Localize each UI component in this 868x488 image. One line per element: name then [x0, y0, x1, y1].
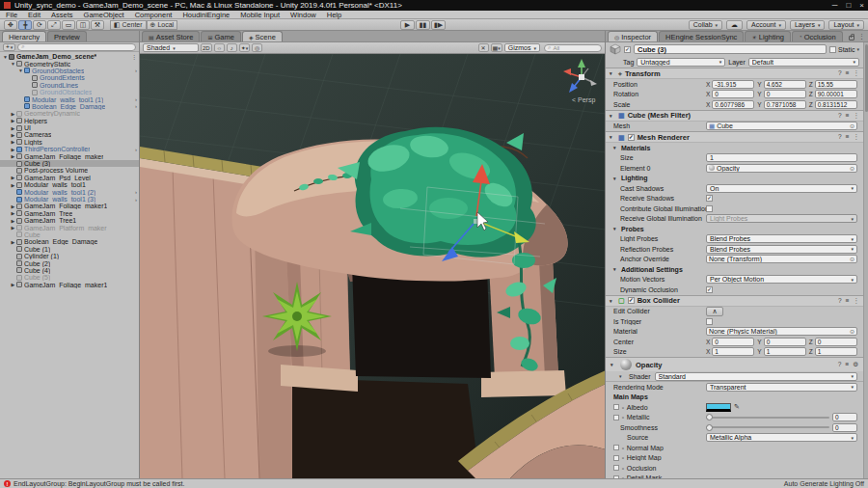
- kebab-menu-icon[interactable]: ⋮: [854, 133, 860, 141]
- vector-center-z[interactable]: 0: [815, 338, 857, 346]
- section-lighting[interactable]: ▾Lighting: [606, 174, 863, 184]
- dropdown-motion-vectors[interactable]: Per Object Motion▾: [706, 275, 857, 284]
- hierarchy-item-groundlines[interactable]: GroundLines: [0, 82, 139, 89]
- tab-game[interactable]: ⊞Game: [201, 31, 240, 41]
- camera-settings-dropdown-icon[interactable]: ▦▾: [491, 43, 502, 52]
- foldout-open-icon[interactable]: ▾: [610, 298, 615, 304]
- hierarchy-item-boolean-edge-damage[interactable]: ▶Boolean_Edge_Damage: [0, 238, 139, 245]
- help-icon[interactable]: ?: [838, 297, 842, 305]
- help-icon[interactable]: ?: [838, 69, 842, 77]
- auto-generate-lighting-status[interactable]: Auto Generate Lighting Off: [784, 480, 864, 487]
- vector-center-x[interactable]: 0: [712, 338, 754, 346]
- foldout-closed-icon[interactable]: ▶: [10, 182, 16, 188]
- hierarchy-item-thirdpersoncontroller[interactable]: ▶ThirdPersonController›: [0, 146, 139, 152]
- scene-search-input[interactable]: ⌕All: [544, 44, 602, 52]
- checkbox-dynamic-occlusion[interactable]: ✓: [706, 286, 713, 293]
- menu-component[interactable]: Component: [135, 11, 173, 19]
- section-probes[interactable]: ▾Probes: [606, 224, 863, 234]
- draw-mode-dropdown[interactable]: Shaded▾: [143, 43, 199, 52]
- texture-slot-checkbox[interactable]: [613, 415, 619, 420]
- pivot-center-button[interactable]: ◧ Center: [110, 20, 147, 30]
- create-object-button[interactable]: +▾: [3, 43, 15, 51]
- help-icon[interactable]: ?: [838, 133, 842, 141]
- foldout-closed-icon[interactable]: ▶: [10, 225, 16, 230]
- help-icon[interactable]: ?: [838, 361, 842, 368]
- hierarchy-item-modular-walls-tool1-2[interactable]: Modular_walls_tool1 (2)›: [0, 188, 139, 195]
- hierarchy-search-input[interactable]: ⌕: [17, 43, 136, 51]
- hierarchy-item-geometrystatic[interactable]: ▼GeometryStatic: [0, 60, 139, 67]
- object-picker-icon[interactable]: ⊙: [850, 165, 854, 172]
- hierarchy-item-gamejam-foliage-maker1[interactable]: ▶GameJam_Foliage_maker1: [0, 203, 139, 209]
- static-checkbox[interactable]: [829, 46, 836, 53]
- dropdown-source[interactable]: Metallic Alpha▾: [706, 433, 857, 442]
- section-materials[interactable]: ▾Materials: [606, 143, 863, 153]
- layout-dropdown[interactable]: Layout▾: [828, 20, 864, 30]
- texture-slot-checkbox[interactable]: [613, 404, 619, 410]
- hierarchy-item-modular-walls-tool1-1[interactable]: Modular_walls_tool1 (1)›: [0, 95, 139, 102]
- menu-file[interactable]: File: [6, 11, 17, 19]
- edit-collider-button[interactable]: ∧: [706, 307, 723, 316]
- lock-icon[interactable]: [849, 36, 854, 41]
- pause-button[interactable]: ▮▮: [416, 20, 430, 30]
- vector-position-y[interactable]: 4.652: [764, 80, 806, 89]
- vector-rotation-y[interactable]: 0: [764, 90, 806, 98]
- hierarchy-item-cube-5[interactable]: Cube (5): [0, 274, 139, 281]
- field-size[interactable]: 1: [706, 153, 857, 162]
- hierarchy-item-cube-2[interactable]: Cube (2): [0, 259, 139, 266]
- foldout-open-icon[interactable]: ▼: [2, 54, 9, 60]
- eyedropper-icon[interactable]: ✎: [734, 403, 740, 411]
- kebab-menu-icon[interactable]: ⋮: [854, 112, 860, 120]
- hierarchy-item-post-process-volume[interactable]: Post-process Volume: [0, 167, 139, 174]
- prefab-chevron-icon[interactable]: ›: [135, 197, 137, 203]
- hierarchy-item-cameras[interactable]: ▶Cameras: [0, 131, 139, 138]
- dropdown-rendering-mode[interactable]: Transparent▾: [706, 383, 857, 392]
- tab-hengine-sessionsync[interactable]: HEngine SessionSync: [659, 31, 744, 41]
- foldout-open-icon[interactable]: ▾: [610, 113, 615, 119]
- hierarchy-item-cube[interactable]: Cube: [0, 231, 139, 238]
- dropdown-light-probes[interactable]: Blend Probes▾: [706, 234, 857, 243]
- status-bar[interactable]: ! EndLayoutGroup: BeginLayoutGroup must …: [0, 478, 868, 488]
- foldout-closed-icon[interactable]: ▶: [10, 125, 16, 131]
- foldout-closed-icon[interactable]: ▶: [10, 239, 16, 245]
- component-header-mesh-renderer[interactable]: ▾▦✓Mesh Renderer?≡⋮: [606, 131, 863, 143]
- hand-tool[interactable]: ✥: [4, 20, 17, 30]
- component-enabled-checkbox[interactable]: ✓: [628, 134, 635, 141]
- checkbox-is-trigger[interactable]: [706, 318, 713, 325]
- tab-inspector[interactable]: ◎Inspector: [608, 31, 658, 41]
- foldout-open-icon[interactable]: ▾: [610, 70, 615, 76]
- component-header-box-collider[interactable]: ▾▢✓Box Collider?≡⋮: [606, 295, 863, 307]
- scale-tool[interactable]: ⤢: [47, 20, 61, 30]
- help-icon[interactable]: ?: [838, 112, 842, 120]
- texture-slot-checkbox[interactable]: [613, 465, 619, 471]
- checkbox-receive-shadows[interactable]: ✓: [706, 195, 713, 202]
- tab-occlusion[interactable]: ◔Occlusion: [792, 31, 843, 41]
- account-dropdown[interactable]: Account▾: [746, 20, 786, 30]
- object-picker-icon[interactable]: ⊙: [850, 256, 854, 262]
- hierarchy-item-groundobstacles[interactable]: ▼GroundObstacles›: [0, 68, 139, 74]
- vector-position-x[interactable]: -31.915: [712, 80, 754, 89]
- kebab-menu-icon[interactable]: ⋮: [131, 53, 137, 60]
- hierarchy-item-boolean-edge-damage[interactable]: Boolean_Edge_Damage›: [0, 103, 139, 110]
- object-field-mesh[interactable]: ▦Cube⊙: [706, 122, 857, 130]
- active-checkbox[interactable]: ✓: [624, 46, 631, 53]
- hierarchy-item-helpers[interactable]: ▶Helpers: [0, 118, 139, 124]
- foldout-closed-icon[interactable]: ▶: [10, 203, 16, 209]
- maximize-button[interactable]: □: [846, 1, 851, 10]
- tab-lighting[interactable]: ☀Lighting: [745, 31, 791, 41]
- preset-icon[interactable]: ≡: [845, 361, 849, 368]
- foldout-open-icon[interactable]: ▾: [619, 373, 625, 379]
- hierarchy-item-gamejam-tree[interactable]: ▶GameJam_Tree: [0, 210, 139, 217]
- hierarchy-item-cube-1[interactable]: Cube (1): [0, 246, 139, 253]
- step-button[interactable]: ▮▶: [431, 20, 446, 30]
- static-toggle[interactable]: Static ▾: [829, 46, 859, 53]
- checkbox-contribute-global-illumination[interactable]: [706, 205, 713, 212]
- hierarchy-item-geometrydynamic[interactable]: ▶GeometryDynamic: [0, 110, 139, 117]
- foldout-closed-icon[interactable]: ▶: [10, 118, 16, 123]
- cloud-button[interactable]: ☁: [726, 20, 743, 30]
- preset-icon[interactable]: ≡: [846, 69, 850, 77]
- tab-asset-store[interactable]: ▤Asset Store: [142, 31, 200, 41]
- hierarchy-item-cube-3[interactable]: Cube (3): [0, 160, 139, 167]
- dropdown-cast-shadows[interactable]: On▾: [706, 184, 857, 193]
- scene-lighting-toggle-icon[interactable]: ☼: [214, 43, 225, 52]
- hierarchy-item-modular-walls-tool1-3[interactable]: Modular_walls_tool1 (3)›: [0, 196, 139, 203]
